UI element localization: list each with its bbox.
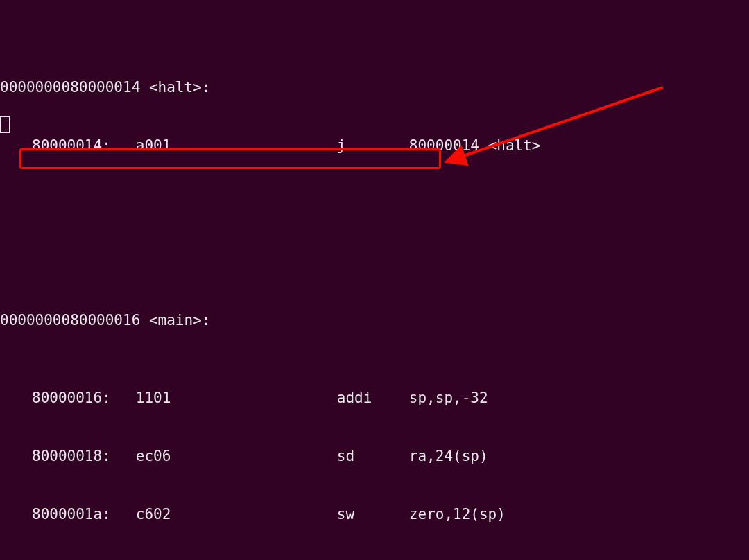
text-cursor-box [0, 116, 10, 133]
section-header: 0000000080000016 <main>: [0, 310, 749, 330]
mnemonic: addi [337, 388, 409, 408]
mnemonic: j [337, 136, 409, 155]
section-header-text: 0000000080000014 <halt>: [0, 78, 210, 97]
mnemonic: sw [337, 505, 409, 524]
blank-row [0, 213, 749, 233]
hex-bytes: c602 [136, 505, 171, 524]
operands: 80000014 <halt> [409, 136, 541, 155]
disasm-row: 80000016: 1101 addi sp,sp,-32 [0, 388, 749, 408]
address: 8000001a [32, 506, 102, 523]
hex-bytes: 1101 [136, 388, 171, 408]
address: 80000016 [32, 390, 102, 406]
operands: ra,24(sp) [409, 446, 488, 466]
terminal-output: 0000000080000014 <halt>: 80000014: a001 … [0, 0, 749, 560]
hex-bytes: a001 [136, 136, 171, 155]
disasm-row: 80000018: ec06 sd ra,24(sp) [0, 446, 749, 466]
mnemonic: sd [337, 446, 409, 466]
hex-bytes: ec06 [136, 446, 171, 466]
disasm-row: 80000014: a001 j 80000014 <halt> [0, 136, 749, 155]
section-header-text: 0000000080000016 <main>: [0, 310, 210, 330]
operands: sp,sp,-32 [409, 388, 488, 408]
address: 80000018 [32, 448, 102, 464]
disasm-row: 8000001a: c602 sw zero,12(sp) [0, 505, 749, 524]
section-header: 0000000080000014 <halt>: [0, 78, 749, 97]
address: 80000014 [32, 137, 102, 154]
operands: zero,12(sp) [409, 505, 506, 524]
